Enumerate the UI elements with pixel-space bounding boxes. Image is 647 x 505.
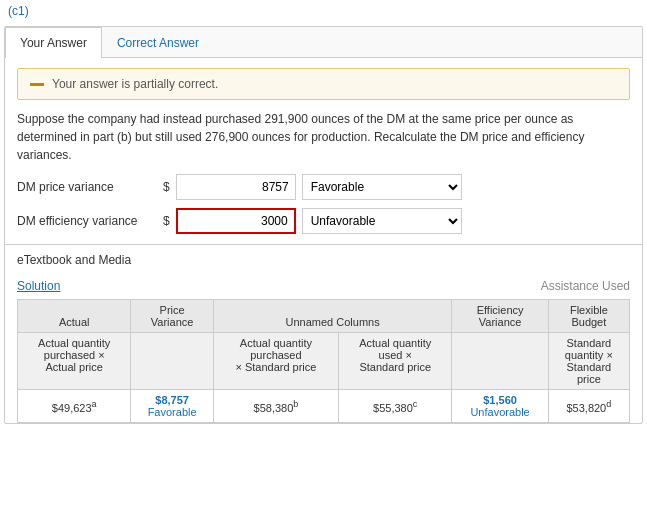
data-col2: $8,757 Favorable bbox=[131, 390, 213, 423]
data-col1: $49,623a bbox=[18, 390, 131, 423]
etextbook-label: eTextbook and Media bbox=[17, 253, 131, 267]
col-header-actual: Actual bbox=[18, 300, 131, 333]
dm-price-select[interactable]: Favorable Unfavorable bbox=[302, 174, 462, 200]
sub-header-col2 bbox=[131, 333, 213, 390]
sub-header-col5 bbox=[452, 333, 548, 390]
tab-correct-answer[interactable]: Correct Answer bbox=[102, 27, 214, 58]
dm-efficiency-input[interactable] bbox=[176, 208, 296, 234]
partial-correct-notice: Your answer is partially correct. bbox=[17, 68, 630, 100]
col6-sup: d bbox=[606, 399, 611, 409]
form-section: DM price variance $ Favorable Unfavorabl… bbox=[17, 174, 630, 234]
dm-price-row: DM price variance $ Favorable Unfavorabl… bbox=[17, 174, 630, 200]
col6-value: $53,820 bbox=[566, 401, 606, 413]
col1-value: $49,623 bbox=[52, 401, 92, 413]
data-col4: $55,380c bbox=[339, 390, 452, 423]
dm-efficiency-label: DM efficiency variance bbox=[17, 214, 157, 228]
col3-sup: b bbox=[293, 399, 298, 409]
col2-value: $8,757 bbox=[155, 394, 189, 406]
dm-price-dollar: $ bbox=[163, 180, 170, 194]
col-header-efficiency-variance: Efficiency Variance bbox=[452, 300, 548, 333]
dm-price-input[interactable] bbox=[176, 174, 296, 200]
sub-header-col4: Actual quantity used × Standard price bbox=[339, 333, 452, 390]
col1-sup: a bbox=[92, 399, 97, 409]
tab-your-answer[interactable]: Your Answer bbox=[5, 27, 102, 58]
col-header-price-variance: Price Variance bbox=[131, 300, 213, 333]
col3-value: $58,380 bbox=[254, 401, 294, 413]
sub-header-col1: Actual quantity purchased × Actual price bbox=[18, 333, 131, 390]
etextbook-section: eTextbook and Media bbox=[5, 244, 642, 275]
dm-efficiency-row: DM efficiency variance $ Favorable Unfav… bbox=[17, 208, 630, 234]
solution-section: Solution Assistance Used Actual Price Va… bbox=[5, 275, 642, 423]
assistance-used-text: Assistance Used bbox=[541, 279, 630, 293]
col4-sup: c bbox=[413, 399, 418, 409]
col4-value: $55,380 bbox=[373, 401, 413, 413]
col-header-flexible-budget: Flexible Budget bbox=[548, 300, 629, 333]
top-label: (c1) bbox=[0, 0, 647, 22]
col2-label: Favorable bbox=[148, 406, 197, 418]
partial-correct-text: Your answer is partially correct. bbox=[52, 77, 218, 91]
sub-header-col3: Actual quantity purchased × Standard pri… bbox=[213, 333, 338, 390]
solution-header: Solution Assistance Used bbox=[17, 279, 630, 293]
main-container: Your Answer Correct Answer Your answer i… bbox=[4, 26, 643, 424]
data-col3: $58,380b bbox=[213, 390, 338, 423]
col5-value: $1,560 bbox=[483, 394, 517, 406]
tab-bar: Your Answer Correct Answer bbox=[5, 27, 642, 58]
dm-price-label: DM price variance bbox=[17, 180, 157, 194]
dm-efficiency-select[interactable]: Favorable Unfavorable bbox=[302, 208, 462, 234]
data-col5: $1,560 Unfavorable bbox=[452, 390, 548, 423]
variance-table: Actual Price Variance Unnamed Columns Ef… bbox=[17, 299, 630, 423]
col5-label: Unfavorable bbox=[470, 406, 529, 418]
dash-icon bbox=[30, 83, 44, 86]
dm-efficiency-dollar: $ bbox=[163, 214, 170, 228]
solution-link[interactable]: Solution bbox=[17, 279, 60, 293]
sub-header-col6: Standard quantity × Standard price bbox=[548, 333, 629, 390]
description-text: Suppose the company had instead purchase… bbox=[17, 110, 630, 164]
col-header-unnamed: Unnamed Columns bbox=[213, 300, 452, 333]
data-col6: $53,820d bbox=[548, 390, 629, 423]
